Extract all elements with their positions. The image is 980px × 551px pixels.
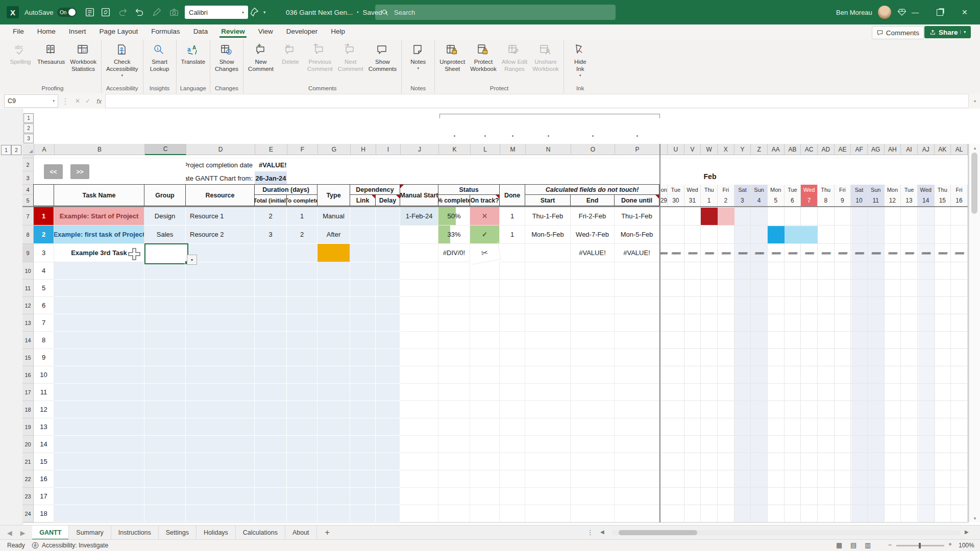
restore-button[interactable] xyxy=(937,0,954,24)
row-header[interactable]: 18 xyxy=(22,401,34,418)
row-header[interactable]: 20 xyxy=(22,436,34,453)
start-cell[interactable]: Mon-5-Feb xyxy=(525,226,571,244)
column-header[interactable]: G xyxy=(318,144,351,155)
to-complete-cell[interactable]: 2 xyxy=(287,226,317,244)
task-id-cell[interactable]: 2 xyxy=(34,226,54,244)
overflow-hash-cell[interactable]: ##### xyxy=(660,244,668,262)
zoom-out-icon[interactable]: − xyxy=(888,541,892,548)
type-cell[interactable] xyxy=(317,244,350,262)
ribbon-tab[interactable]: Formulas xyxy=(144,24,186,38)
ribbon-tab[interactable]: File xyxy=(6,24,31,38)
share-button[interactable]: Share ▾ xyxy=(924,26,971,38)
overflow-hash-cell[interactable]: ##### xyxy=(951,244,968,262)
check-accessibility-button[interactable]: Check Accessibility ▾ xyxy=(104,42,141,79)
date-day-cell[interactable]: 10 xyxy=(851,195,868,206)
row-header[interactable]: 17 xyxy=(22,384,34,401)
row-header[interactable]: 19 xyxy=(22,418,34,436)
end-cell[interactable]: Fri-2-Feb xyxy=(571,207,615,226)
row-header[interactable]: 8 xyxy=(22,226,34,244)
date-day-cell[interactable]: 12 xyxy=(885,195,901,206)
column-header[interactable]: O xyxy=(571,144,615,155)
date-dow-cell[interactable]: Fri xyxy=(951,185,968,195)
date-day-cell[interactable]: 1 xyxy=(701,195,718,206)
column-header[interactable]: Y xyxy=(734,144,751,155)
zoom-level[interactable]: 100% xyxy=(959,542,974,549)
data-validation-dropdown[interactable]: ▾ xyxy=(187,255,197,265)
column-header[interactable]: N xyxy=(526,144,571,155)
task-id-cell[interactable]: 14 xyxy=(34,436,54,453)
total-cell[interactable]: 3 xyxy=(255,226,287,244)
date-dow-cell[interactable]: Sat xyxy=(851,185,868,195)
ribbon-tab[interactable]: Review xyxy=(214,24,252,38)
type-cell[interactable]: After xyxy=(317,226,350,244)
column-header[interactable]: AI xyxy=(901,144,918,155)
task-id-cell[interactable]: 10 xyxy=(34,366,54,384)
overflow-hash-cell[interactable]: ##### xyxy=(801,244,818,262)
column-header[interactable]: P xyxy=(615,144,660,155)
show-changes-button[interactable]: Show Changes xyxy=(212,42,241,74)
column-header[interactable]: I xyxy=(376,144,401,155)
hscroll-right-icon[interactable]: ▶ xyxy=(965,529,969,535)
overflow-hash-cell[interactable]: ##### xyxy=(668,244,684,262)
gantt-bar-task2-done[interactable] xyxy=(768,226,785,243)
row-header[interactable]: 5 xyxy=(22,195,34,206)
row-header[interactable]: 23 xyxy=(22,488,34,505)
translate-button[interactable]: aA Translate xyxy=(179,42,208,67)
overflow-hash-cell[interactable]: ##### xyxy=(751,244,768,262)
end-cell[interactable]: Wed-7-Feb xyxy=(571,226,615,244)
header-link[interactable]: Link xyxy=(350,194,376,206)
task-id-cell[interactable]: 11 xyxy=(34,384,54,401)
resource-cell[interactable]: Resource 1 xyxy=(186,207,255,226)
manual-start-cell[interactable]: 1-Feb-24 xyxy=(400,207,438,226)
format-painter-icon[interactable] xyxy=(248,7,259,18)
pct-complete-cell[interactable]: 33% xyxy=(438,226,470,244)
font-name-select[interactable]: Calibri▾ xyxy=(185,0,248,24)
task-name-cell[interactable]: Example: first task of Project xyxy=(54,226,144,244)
task-id-cell[interactable]: 7 xyxy=(34,314,54,332)
header-start[interactable]: Start xyxy=(525,194,571,206)
row-header[interactable]: 15 xyxy=(22,349,34,366)
undo-icon[interactable] xyxy=(134,7,145,18)
date-dow-cell[interactable]: Fri xyxy=(835,185,851,195)
task-id-cell[interactable]: 1 xyxy=(34,207,54,226)
manual-start-cell[interactable] xyxy=(400,226,438,244)
zoom-slider[interactable] xyxy=(896,545,944,546)
date-dow-cell[interactable]: Fri xyxy=(718,185,734,195)
on-track-cell[interactable]: ✓ xyxy=(470,226,500,244)
row-header[interactable]: 14 xyxy=(22,332,34,349)
task-id-cell[interactable]: 9 xyxy=(34,349,54,366)
date-dow-cell[interactable]: Tue xyxy=(668,185,684,195)
header-manual-start[interactable]: Manual Start xyxy=(400,184,438,206)
hscroll-left-icon[interactable]: ◀ xyxy=(600,529,604,535)
sheet-nav-right-icon[interactable]: ▶ xyxy=(20,529,26,537)
column-header[interactable]: AF xyxy=(851,144,868,155)
overflow-hash-cell[interactable]: ##### xyxy=(935,244,951,262)
task-id-cell[interactable]: 8 xyxy=(34,332,54,349)
date-dow-cell[interactable]: Mon xyxy=(768,185,785,195)
overflow-hash-cell[interactable]: ##### xyxy=(901,244,918,262)
start-cell[interactable]: Thu-1-Feb xyxy=(525,207,571,226)
overflow-hash-cell[interactable]: ##### xyxy=(734,244,751,262)
expand-formula-bar-icon[interactable]: ▾ xyxy=(974,99,976,104)
ribbon-tab[interactable]: Page Layout xyxy=(93,24,145,38)
column-header[interactable]: U xyxy=(668,144,684,155)
date-day-cell[interactable]: 7 xyxy=(801,195,818,206)
date-dow-cell[interactable]: Thu xyxy=(935,185,951,195)
column-header[interactable]: W xyxy=(701,144,718,155)
column-header[interactable] xyxy=(660,144,668,155)
scroll-up-icon[interactable]: ▴ xyxy=(969,144,980,151)
vertical-scrollbar[interactable]: ▴ ▾ xyxy=(969,144,980,522)
header-end[interactable]: End xyxy=(570,194,615,206)
scrollbar-thumb[interactable] xyxy=(971,153,977,214)
document-title[interactable]: 036 Gantt Next Gen... • Saved ▾ xyxy=(286,0,387,24)
task-id-cell[interactable]: 12 xyxy=(34,401,54,418)
column-header[interactable]: AE xyxy=(835,144,851,155)
zoom-slider-thumb[interactable] xyxy=(919,543,921,548)
header-type[interactable]: Type xyxy=(317,184,350,206)
date-day-cell[interactable]: 8 xyxy=(818,195,835,206)
column-header[interactable]: C xyxy=(145,144,186,155)
column-header[interactable]: AK xyxy=(935,144,951,155)
header-duration[interactable]: Duration (days) xyxy=(254,184,317,195)
row-header[interactable]: 10 xyxy=(22,262,34,280)
date-day-cell[interactable]: 14 xyxy=(918,195,935,206)
